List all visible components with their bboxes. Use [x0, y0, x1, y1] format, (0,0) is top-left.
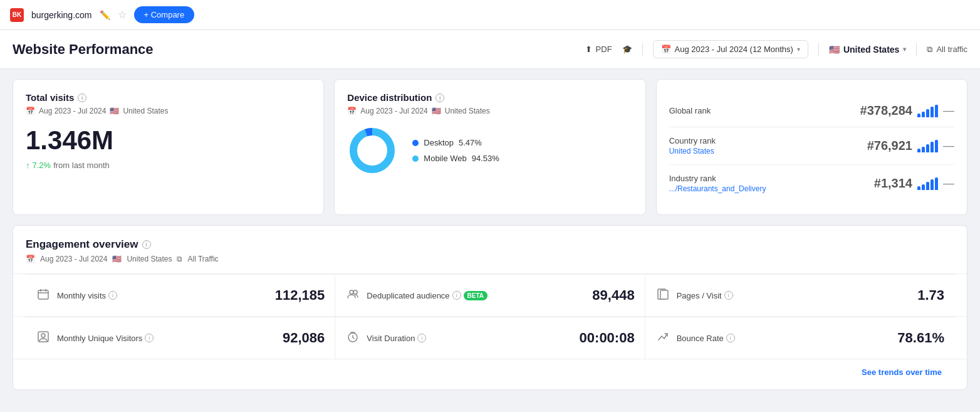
- metric-pages-visit: Pages / Visit i 1.73: [645, 275, 954, 316]
- desktop-dot: [412, 140, 419, 146]
- total-visits-value: 1.346M: [26, 125, 311, 156]
- unique-visitors-value: 92,086: [283, 330, 325, 346]
- compare-button[interactable]: + Compare: [134, 6, 195, 23]
- pages-value: 1.73: [917, 287, 944, 304]
- metric-dedup-audience: Deduplicated audience i BETA 89,448: [335, 275, 645, 316]
- site-name: burgerking.com: [31, 10, 92, 20]
- page-title: Website Performance: [13, 41, 585, 58]
- metrics-row-1: Monthly visits i 112,185 Deduplicated au…: [26, 274, 954, 316]
- info-icon-engagement[interactable]: i: [142, 240, 151, 249]
- engagement-header: Engagement overview i 📅 Aug 2023 - Jul 2…: [26, 238, 954, 263]
- mobile-legend-item: Mobile Web 94.53%: [412, 154, 499, 163]
- global-rank-row: Global rank #378,284 —: [669, 95, 954, 127]
- rank-bar: [935, 177, 938, 190]
- separator: [642, 43, 643, 56]
- unique-visitors-icon: [36, 330, 51, 346]
- rank-bar: [917, 186, 920, 190]
- top-bar: BK burgerking.com ✏️ ☆ + Compare: [0, 0, 980, 30]
- learn-icon: 🎓: [622, 45, 632, 54]
- see-trends: See trends over time: [26, 359, 954, 377]
- global-rank-menu[interactable]: —: [943, 104, 954, 117]
- industry-rank-link[interactable]: .../Restaurants_and_Delivery: [669, 184, 766, 193]
- duration-icon: [345, 330, 360, 346]
- desktop-legend-item: Desktop 5.47%: [412, 138, 499, 147]
- traffic-selector[interactable]: ⧉ All traffic: [927, 45, 967, 55]
- dedup-value: 89,448: [592, 287, 634, 304]
- us-flag-icon-tv: 🇺🇸: [110, 107, 119, 115]
- copy-icon: ⧉: [927, 45, 932, 55]
- pdf-button[interactable]: ⬆ PDF: [585, 45, 612, 54]
- rank-bar: [930, 107, 934, 117]
- metric-left: Visit Duration i: [345, 330, 426, 346]
- info-icon-mv[interactable]: i: [108, 291, 117, 300]
- separator3: [916, 43, 917, 56]
- engagement-title: Engagement overview i: [26, 238, 954, 251]
- monthly-visits-icon: [36, 288, 51, 304]
- info-icon-da[interactable]: i: [452, 291, 461, 300]
- svg-point-0: [353, 132, 391, 169]
- country-rank-link[interactable]: United States: [669, 147, 716, 156]
- see-trends-link[interactable]: See trends over time: [862, 367, 942, 377]
- info-icon-vd[interactable]: i: [417, 334, 426, 342]
- rank-rows: Global rank #378,284 —: [669, 95, 954, 202]
- bounce-value: 78.61%: [897, 330, 944, 346]
- info-icon-pv[interactable]: i: [724, 291, 733, 300]
- device-legend: Desktop 5.47% Mobile Web 94.53%: [412, 138, 499, 163]
- svg-point-7: [353, 290, 357, 294]
- cards-row: Total visits i 📅 Aug 2023 - Jul 2024 🇺🇸 …: [13, 79, 967, 215]
- monthly-visits-label: Monthly visits i: [57, 291, 117, 300]
- country-rank-label-wrap: Country rank United States: [669, 136, 716, 156]
- learn-button[interactable]: 🎓: [622, 45, 632, 54]
- country-rank-right: #76,921 —: [867, 139, 954, 153]
- mobile-dot: [412, 156, 419, 162]
- us-flag-icon: 🇺🇸: [829, 45, 840, 55]
- rank-card: Global rank #378,284 —: [656, 79, 967, 215]
- date-range-selector[interactable]: 📅 Aug 2023 - Jul 2024 (12 Months) ▾: [653, 40, 808, 58]
- us-flag-icon-dev: 🇺🇸: [432, 107, 441, 115]
- rank-bar: [917, 149, 920, 152]
- country-rank-row: Country rank United States #76,921 —: [669, 127, 954, 165]
- rank-bar: [922, 147, 925, 152]
- country-rank-menu[interactable]: —: [943, 139, 954, 152]
- pages-label: Pages / Visit i: [677, 291, 733, 300]
- site-favicon: BK: [10, 8, 24, 22]
- country-rank-bars: [917, 140, 938, 152]
- rank-bar: [922, 184, 925, 190]
- beta-badge: BETA: [464, 291, 487, 300]
- separator2: [818, 43, 819, 56]
- us-flag-icon-eng: 🇺🇸: [112, 255, 122, 263]
- svg-rect-9: [660, 290, 668, 299]
- country-selector[interactable]: 🇺🇸 United States ▾: [829, 45, 906, 55]
- rank-bar: [926, 109, 929, 117]
- metric-monthly-visits: Monthly visits i 112,185: [26, 275, 335, 316]
- metric-visit-duration: Visit Duration i 00:00:08: [335, 317, 645, 359]
- star-icon[interactable]: ☆: [118, 9, 127, 21]
- duration-value: 00:00:08: [580, 330, 635, 346]
- up-arrow-icon: ↑: [26, 161, 30, 170]
- bounce-label: Bounce Rate i: [677, 334, 735, 343]
- donut-chart: [347, 125, 397, 176]
- metric-left: Deduplicated audience i BETA: [345, 288, 487, 304]
- svg-rect-2: [38, 290, 48, 299]
- device-distribution-card: Device distribution i 📅 Aug 2023 - Jul 2…: [334, 79, 645, 215]
- page-header: Website Performance ⬆ PDF 🎓 📅 Aug 2023 -…: [0, 30, 980, 69]
- calendar-icon-tv: 📅: [26, 107, 35, 115]
- industry-rank-menu[interactable]: —: [943, 177, 954, 190]
- info-icon-uv[interactable]: i: [145, 334, 154, 342]
- duration-label: Visit Duration i: [367, 334, 426, 343]
- main-content: Total visits i 📅 Aug 2023 - Jul 2024 🇺🇸 …: [0, 69, 980, 400]
- global-rank-bars: [917, 105, 938, 117]
- metrics-row-2: Monthly Unique Visitors i 92,086 Visit D…: [26, 317, 954, 359]
- info-icon-device[interactable]: i: [435, 93, 444, 102]
- pdf-icon: ⬆: [585, 45, 592, 54]
- info-icon-total[interactable]: i: [78, 93, 86, 102]
- edit-icon[interactable]: ✏️: [100, 10, 110, 20]
- rank-bar: [935, 140, 938, 152]
- industry-rank-bars: [917, 177, 938, 190]
- calendar-icon-eng: 📅: [26, 255, 35, 263]
- rank-bar: [917, 114, 920, 117]
- info-icon-br[interactable]: i: [726, 334, 735, 342]
- engagement-subtitle: 📅 Aug 2023 - Jul 2024 🇺🇸 United States ⧉…: [26, 255, 954, 263]
- rank-bar: [930, 142, 934, 152]
- industry-rank-row: Industry rank .../Restaurants_and_Delive…: [669, 165, 954, 202]
